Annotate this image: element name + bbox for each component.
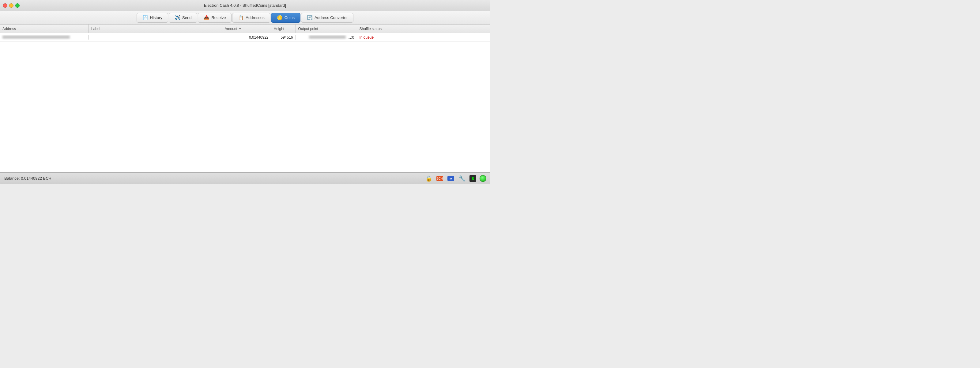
tab-addresses[interactable]: 📋 Addresses: [232, 13, 270, 23]
cell-address: [0, 35, 89, 40]
send-icon: ✈️: [175, 15, 180, 21]
tab-address-converter[interactable]: 🔄 Address Converter: [301, 13, 353, 23]
coins-icon: 🪙: [277, 15, 283, 21]
addresses-icon: 📋: [238, 15, 244, 21]
address-converter-icon: 🔄: [307, 15, 313, 21]
output-suffix: …:0: [347, 35, 354, 40]
col-header-amount[interactable]: Amount ▼: [222, 24, 271, 33]
amount-sort-icon: ▼: [239, 27, 242, 30]
tab-coins-label: Coins: [285, 15, 294, 20]
output-blurred: [309, 35, 346, 38]
table-body: 0.01440922 594516 …:0 In queue: [0, 33, 490, 172]
tab-receive-label: Receive: [211, 15, 226, 20]
receive-icon: 📥: [204, 15, 210, 21]
col-header-label[interactable]: Label: [89, 24, 222, 33]
convert-icon[interactable]: ⇄: [447, 174, 455, 183]
statusbar: Balance: 0.01440922 BCH 🔒 BCH ⇄ 🔧 $: [0, 172, 490, 184]
tab-addresses-label: Addresses: [246, 15, 264, 20]
connection-status-icon: [480, 175, 486, 182]
statusbar-icons: 🔒 BCH ⇄ 🔧 $: [425, 174, 486, 183]
table-row[interactable]: 0.01440922 594516 …:0 In queue: [0, 33, 490, 42]
history-icon: 🧾: [142, 15, 148, 21]
tab-address-converter-label: Address Converter: [315, 15, 348, 20]
tools-icon[interactable]: 🔧: [458, 174, 466, 183]
col-header-shuffle[interactable]: Shuffle status: [357, 24, 490, 33]
minimize-button[interactable]: [9, 3, 13, 8]
table-header: Address Label Amount ▼ Height Output poi…: [0, 24, 490, 33]
dollar-icon[interactable]: $: [469, 174, 477, 183]
col-header-height[interactable]: Height: [271, 24, 296, 33]
close-button[interactable]: [3, 3, 7, 8]
traffic-lights: [3, 3, 20, 8]
cell-shuffle-status: In queue: [357, 35, 490, 40]
cell-amount: 0.01440922: [222, 35, 271, 40]
window-title: Electron Cash 4.0.8 - ShuffledCoins [sta…: [204, 3, 286, 8]
titlebar: Electron Cash 4.0.8 - ShuffledCoins [sta…: [0, 0, 490, 11]
address-blurred: [2, 35, 70, 38]
shuffle-icon[interactable]: BCH: [436, 174, 444, 183]
svg-text:$: $: [472, 176, 474, 181]
tab-send-label: Send: [182, 15, 191, 20]
balance-label: Balance: 0.01440922 BCH: [4, 176, 51, 181]
col-header-address[interactable]: Address: [0, 24, 89, 33]
cell-height: 594516: [271, 35, 296, 40]
main-content: Address Label Amount ▼ Height Output poi…: [0, 24, 490, 172]
lock-icon[interactable]: 🔒: [425, 174, 433, 183]
col-header-output[interactable]: Output point: [296, 24, 357, 33]
tab-send[interactable]: ✈️ Send: [169, 13, 197, 23]
svg-text:BCH: BCH: [436, 177, 443, 180]
cell-output: …:0: [296, 35, 357, 40]
tab-coins[interactable]: 🪙 Coins: [271, 13, 301, 23]
svg-text:⇄: ⇄: [450, 177, 452, 180]
tab-receive[interactable]: 📥 Receive: [198, 13, 232, 23]
tab-history[interactable]: 🧾 History: [137, 13, 168, 23]
toolbar: 🧾 History ✈️ Send 📥 Receive 📋 Addresses …: [0, 11, 490, 24]
maximize-button[interactable]: [15, 3, 20, 8]
tab-history-label: History: [150, 15, 162, 20]
